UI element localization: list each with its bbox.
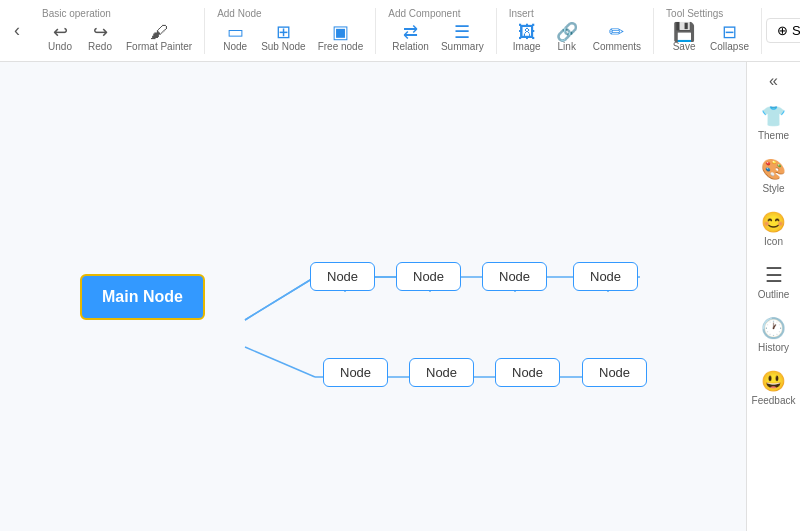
- relation-icon: ⇄: [403, 23, 418, 41]
- feedback-label: Feedback: [752, 395, 796, 406]
- insert-items: 🖼 Image 🔗 Link ✏ Comments: [509, 21, 645, 54]
- link-label: Link: [558, 41, 576, 52]
- sub-node-button[interactable]: ⊞ Sub Node: [257, 21, 309, 54]
- image-icon: 🖼: [518, 23, 536, 41]
- toolbar-group-insert: Insert 🖼 Image 🔗 Link ✏ Comments: [501, 8, 654, 54]
- feedback-icon: 😃: [761, 369, 786, 393]
- image-button[interactable]: 🖼 Image: [509, 21, 545, 54]
- child-node-bot2[interactable]: Node: [409, 358, 474, 387]
- undo-label: Undo: [48, 41, 72, 52]
- share-button[interactable]: ⊕ Share: [766, 18, 800, 43]
- toolbar: ‹ Basic operation ↩ Undo ↪ Redo 🖌 Format…: [0, 0, 800, 62]
- redo-icon: ↪: [93, 23, 108, 41]
- free-node-label: Free node: [318, 41, 364, 52]
- panel-item-theme[interactable]: 👕 Theme: [747, 96, 800, 149]
- outline-icon: ☰: [765, 263, 783, 287]
- undo-icon: ↩: [53, 23, 68, 41]
- free-node-icon: ▣: [332, 23, 349, 41]
- group-label-add-node: Add Node: [217, 8, 261, 19]
- theme-label: Theme: [758, 130, 789, 141]
- main-area: Main Node Node Node Node Node Node Node …: [0, 62, 800, 531]
- theme-icon: 👕: [761, 104, 786, 128]
- toolbar-right: ⊕ Share ⤓ Export: [766, 18, 800, 43]
- svg-line-8: [245, 347, 315, 377]
- panel-collapse-button[interactable]: «: [747, 66, 800, 96]
- toolbar-group-add-node: Add Node ▭ Node ⊞ Sub Node ▣ Free node: [209, 8, 376, 54]
- collapse-button[interactable]: ⊟ Collapse: [706, 21, 753, 54]
- format-painter-button[interactable]: 🖌 Format Painter: [122, 21, 196, 54]
- icon-icon: 😊: [761, 210, 786, 234]
- group-label-basic: Basic operation: [42, 8, 111, 19]
- group-label-insert: Insert: [509, 8, 534, 19]
- child-node-bot4[interactable]: Node: [582, 358, 647, 387]
- svg-line-2: [245, 277, 315, 320]
- child-node-top2[interactable]: Node: [396, 262, 461, 291]
- add-component-items: ⇄ Relation ☰ Summary: [388, 21, 488, 54]
- relation-button[interactable]: ⇄ Relation: [388, 21, 433, 54]
- summary-button[interactable]: ☰ Summary: [437, 21, 488, 54]
- collapse-icon: ⊟: [722, 23, 737, 41]
- group-label-tool-settings: Tool Settings: [666, 8, 723, 19]
- node-button[interactable]: ▭ Node: [217, 21, 253, 54]
- child-node-top1[interactable]: Node: [310, 262, 375, 291]
- icon-label: Icon: [764, 236, 783, 247]
- relation-label: Relation: [392, 41, 429, 52]
- comments-label: Comments: [593, 41, 641, 52]
- back-button[interactable]: ‹: [8, 18, 26, 43]
- share-label: Share: [792, 23, 800, 38]
- link-button[interactable]: 🔗 Link: [549, 21, 585, 54]
- toolbar-group-basic: Basic operation ↩ Undo ↪ Redo 🖌 Format P…: [34, 8, 205, 54]
- panel-item-style[interactable]: 🎨 Style: [747, 149, 800, 202]
- redo-label: Redo: [88, 41, 112, 52]
- mindmap-container: Main Node Node Node Node Node Node Node …: [0, 62, 746, 531]
- summary-label: Summary: [441, 41, 484, 52]
- tool-settings-items: 💾 Save ⊟ Collapse: [666, 21, 753, 54]
- sub-node-label: Sub Node: [261, 41, 305, 52]
- add-node-items: ▭ Node ⊞ Sub Node ▣ Free node: [217, 21, 367, 54]
- panel-item-feedback[interactable]: 😃 Feedback: [747, 361, 800, 414]
- collapse-label: Collapse: [710, 41, 749, 52]
- save-label: Save: [673, 41, 696, 52]
- redo-button[interactable]: ↪ Redo: [82, 21, 118, 54]
- panel-item-history[interactable]: 🕐 History: [747, 308, 800, 361]
- summary-icon: ☰: [454, 23, 470, 41]
- child-node-top3[interactable]: Node: [482, 262, 547, 291]
- style-icon: 🎨: [761, 157, 786, 181]
- child-node-bot1[interactable]: Node: [323, 358, 388, 387]
- child-node-top4[interactable]: Node: [573, 262, 638, 291]
- history-icon: 🕐: [761, 316, 786, 340]
- panel-item-outline[interactable]: ☰ Outline: [747, 255, 800, 308]
- free-node-button[interactable]: ▣ Free node: [314, 21, 368, 54]
- node-icon: ▭: [227, 23, 244, 41]
- format-painter-label: Format Painter: [126, 41, 192, 52]
- toolbar-group-add-component: Add Component ⇄ Relation ☰ Summary: [380, 8, 497, 54]
- outline-label: Outline: [758, 289, 790, 300]
- image-label: Image: [513, 41, 541, 52]
- sub-node-icon: ⊞: [276, 23, 291, 41]
- node-label: Node: [223, 41, 247, 52]
- undo-button[interactable]: ↩ Undo: [42, 21, 78, 54]
- chevron-left-icon: «: [769, 72, 778, 90]
- main-node[interactable]: Main Node: [80, 274, 205, 320]
- toolbar-group-tool-settings: Tool Settings 💾 Save ⊟ Collapse: [658, 8, 762, 54]
- child-node-bot3[interactable]: Node: [495, 358, 560, 387]
- history-label: History: [758, 342, 789, 353]
- link-icon: 🔗: [556, 23, 578, 41]
- style-label: Style: [762, 183, 784, 194]
- save-button[interactable]: 💾 Save: [666, 21, 702, 54]
- save-icon: 💾: [673, 23, 695, 41]
- comments-icon: ✏: [609, 23, 624, 41]
- comments-button[interactable]: ✏ Comments: [589, 21, 645, 54]
- group-label-add-component: Add Component: [388, 8, 460, 19]
- right-panel: « 👕 Theme 🎨 Style 😊 Icon ☰ Outline 🕐 His…: [746, 62, 800, 531]
- basic-items: ↩ Undo ↪ Redo 🖌 Format Painter: [42, 21, 196, 54]
- format-painter-icon: 🖌: [150, 23, 168, 41]
- canvas-area[interactable]: Main Node Node Node Node Node Node Node …: [0, 62, 746, 531]
- panel-item-icon[interactable]: 😊 Icon: [747, 202, 800, 255]
- share-icon: ⊕: [777, 23, 788, 38]
